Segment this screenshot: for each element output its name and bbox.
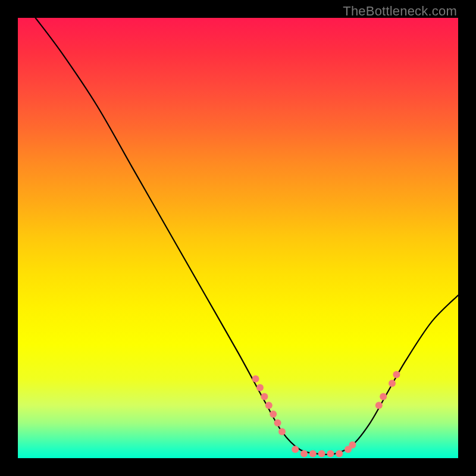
data-marker xyxy=(256,384,264,392)
data-marker xyxy=(300,450,308,458)
data-marker xyxy=(252,375,259,383)
watermark-text: TheBottleneck.com xyxy=(343,4,457,19)
data-marker xyxy=(309,450,317,458)
data-marker xyxy=(261,393,268,400)
chart-svg xyxy=(18,18,458,458)
data-marker xyxy=(349,441,356,449)
data-marker xyxy=(380,393,387,400)
bottleneck-curve xyxy=(36,18,458,455)
data-marker xyxy=(375,402,383,409)
data-markers xyxy=(252,371,400,457)
data-marker xyxy=(292,446,299,453)
data-marker xyxy=(278,428,286,436)
data-marker xyxy=(393,371,400,378)
chart-plot-area xyxy=(18,18,458,458)
data-marker xyxy=(318,450,325,458)
data-marker xyxy=(336,450,343,458)
data-marker xyxy=(265,402,273,409)
data-marker xyxy=(327,450,334,458)
data-marker xyxy=(389,380,396,387)
data-marker xyxy=(270,411,277,418)
data-marker xyxy=(274,419,281,427)
